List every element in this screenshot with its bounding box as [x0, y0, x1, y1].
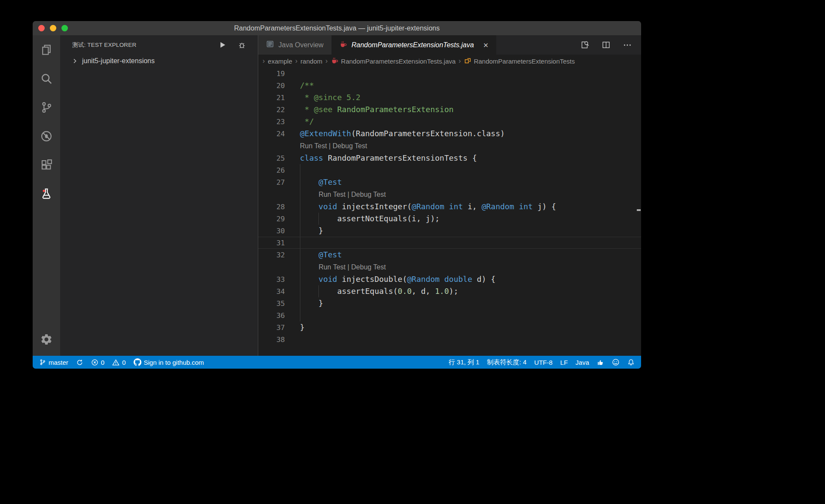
indent-guide [300, 297, 300, 309]
activity-bottom-items [33, 323, 60, 356]
breadcrumb-separator: › [263, 58, 265, 64]
code-line-21[interactable]: 21 * @since 5.2 [258, 92, 641, 104]
close-tab-icon[interactable]: × [483, 41, 489, 49]
breadcrumb: ›example›random›RandomParametersExtensio… [258, 55, 641, 67]
language-mode-label: Java [575, 359, 589, 366]
breadcrumb-item[interactable]: example [268, 58, 292, 65]
titlebar[interactable]: RandomParametersExtensionTests.java — ju… [33, 21, 641, 35]
codelens-separator: | [327, 142, 333, 150]
java-server-status[interactable] [593, 356, 608, 369]
line-number: 20 [258, 82, 285, 90]
sidebar-title: 测试: TEST EXPLORER [72, 41, 136, 49]
run-test-link[interactable]: Run Test [318, 263, 345, 271]
split-editor-button[interactable] [601, 40, 611, 50]
cursor-position-label: 行 31, 列 1 [449, 358, 480, 367]
code-line-36[interactable]: 36 [258, 309, 641, 321]
debug-bug-icon [237, 40, 247, 50]
eol-status[interactable]: LF [556, 356, 572, 369]
code-text: @ExtendWith(RandomParametersExtension.cl… [300, 128, 505, 140]
breadcrumb-label: RandomParametersExtensionTests.java [341, 58, 456, 65]
eol-status-label: LF [560, 359, 568, 366]
code-text: assertEquals(0.0, d, 1.0); [300, 285, 458, 297]
branch-status[interactable]: master [35, 356, 72, 369]
code-line-33[interactable]: 33 void injectsDouble(@Random double d) … [258, 273, 641, 285]
debug-test-link[interactable]: Debug Test [351, 191, 386, 198]
open-changes-button[interactable] [579, 40, 590, 50]
code-line-28[interactable]: 28 void injectsInteger(@Random int i, @R… [258, 201, 641, 213]
activity-item-test-explorer[interactable] [33, 179, 60, 208]
debug-test-link[interactable]: Debug Test [333, 142, 367, 150]
code-text: @Test [300, 176, 342, 188]
error-count[interactable]: 0 [87, 356, 108, 369]
close-window-button[interactable] [38, 25, 45, 31]
github-signin[interactable]: Sign in to github.com [130, 356, 208, 369]
indentation-status[interactable]: 制表符长度: 4 [483, 356, 531, 369]
activity-item-search[interactable] [33, 64, 60, 93]
code-editor[interactable]: 1920/**21 * @since 5.222 * @see RandomPa… [258, 67, 641, 356]
run-all-tests-button[interactable] [217, 40, 228, 51]
code-line-30[interactable]: 30 } [258, 225, 641, 237]
status-bar: master00Sign in to github.com 行 31, 列 1制… [33, 356, 641, 369]
code-line-31[interactable]: 31 [258, 237, 641, 249]
overview-ruler-marker [637, 209, 641, 211]
tabs-container: Java OverviewRandomParametersExtensionTe… [258, 35, 496, 55]
activity-item-source-control[interactable] [33, 93, 60, 122]
tab-randomparametersextensiontests-java[interactable]: RandomParametersExtensionTests.java× [332, 35, 496, 55]
extensions-icon [40, 159, 53, 171]
notifications[interactable] [623, 356, 639, 369]
error-icon [91, 359, 98, 366]
zoom-window-button[interactable] [61, 25, 68, 31]
codelens-separator: | [345, 263, 351, 271]
indent-guide [300, 188, 300, 201]
tab-label: Java Overview [278, 41, 324, 49]
run-test-link[interactable]: Run Test [300, 142, 327, 150]
code-line-27[interactable]: 27 @Test [258, 176, 641, 188]
code-line-22[interactable]: 22 * @see RandomParametersExtension [258, 104, 641, 116]
code-line-23[interactable]: 23 */ [258, 116, 641, 128]
line-number: 38 [258, 336, 285, 344]
line-number: 32 [258, 251, 285, 259]
debug-icon [40, 130, 53, 143]
gear-icon [40, 333, 53, 346]
code-text: * @since 5.2 [300, 92, 361, 104]
code-line-29[interactable]: 29 assertNotEquals(i, j); [258, 213, 641, 225]
code-line-38[interactable]: 38 [258, 333, 641, 345]
line-number: 24 [258, 130, 285, 138]
activity-item-extensions[interactable] [33, 150, 60, 179]
more-actions-button[interactable] [622, 40, 632, 50]
activity-item-debug[interactable] [33, 122, 60, 150]
minimize-window-button[interactable] [50, 25, 56, 31]
cursor-position[interactable]: 行 31, 列 1 [445, 356, 483, 369]
debug-all-tests-button[interactable] [236, 40, 248, 51]
activity-item-settings[interactable] [33, 323, 60, 356]
breadcrumb-item[interactable]: RandomParametersExtensionTests.java [331, 57, 456, 66]
tree-item[interactable]: junit5-jupiter-extensions [60, 55, 258, 67]
smiley-icon [612, 358, 620, 366]
code-line-25[interactable]: 25class RandomParametersExtensionTests { [258, 152, 641, 164]
activity-item-explorer[interactable] [33, 35, 60, 64]
indent-guide [300, 273, 300, 285]
code-line-32[interactable]: 32 @Test [258, 249, 641, 261]
warning-count[interactable]: 0 [108, 356, 129, 369]
tab-java-overview[interactable]: Java Overview [258, 35, 332, 55]
code-line-35[interactable]: 35 } [258, 297, 641, 309]
code-line-37[interactable]: 37} [258, 321, 641, 333]
indent-guide [300, 249, 300, 261]
tree-item-label: junit5-jupiter-extensions [82, 57, 155, 65]
code-line-24[interactable]: 24@ExtendWith(RandomParametersExtension.… [258, 128, 641, 140]
code-line-26[interactable]: 26 [258, 164, 641, 176]
code-line-34[interactable]: 34 assertEquals(0.0, d, 1.0); [258, 285, 641, 297]
encoding-status[interactable]: UTF-8 [530, 356, 556, 369]
code-line-20[interactable]: 20/** [258, 79, 641, 92]
breadcrumb-separator: › [458, 58, 461, 64]
breadcrumb-item[interactable]: random [300, 58, 322, 65]
sync-status[interactable] [72, 356, 87, 369]
code-text: /** [300, 79, 314, 92]
code-line-19[interactable]: 19 [258, 67, 641, 79]
error-count-label: 0 [101, 359, 104, 366]
run-test-link[interactable]: Run Test [318, 191, 345, 198]
feedback[interactable] [608, 356, 623, 369]
debug-test-link[interactable]: Debug Test [351, 263, 386, 271]
breadcrumb-item[interactable]: RandomParametersExtensionTests [464, 57, 575, 65]
language-mode[interactable]: Java [571, 356, 593, 369]
